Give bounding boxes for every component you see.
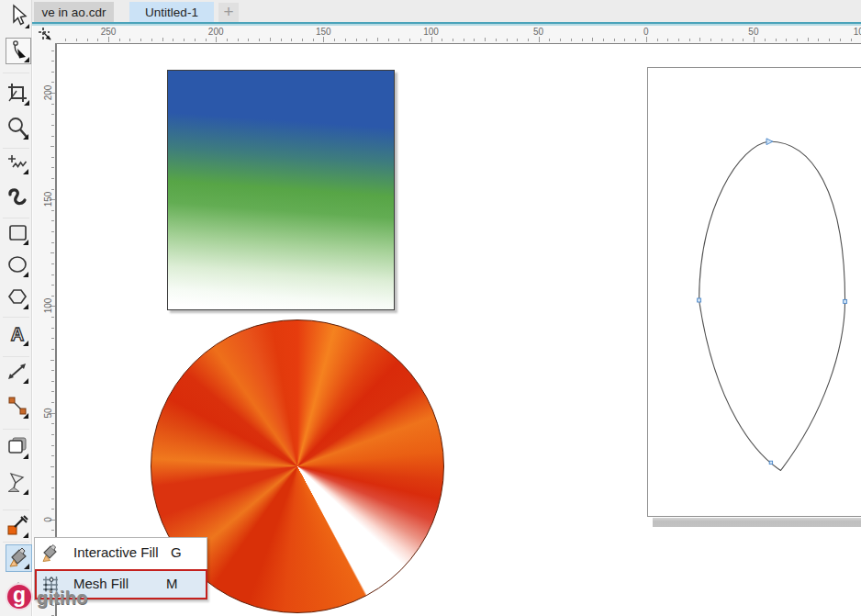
svg-text:A: A [11,324,24,344]
